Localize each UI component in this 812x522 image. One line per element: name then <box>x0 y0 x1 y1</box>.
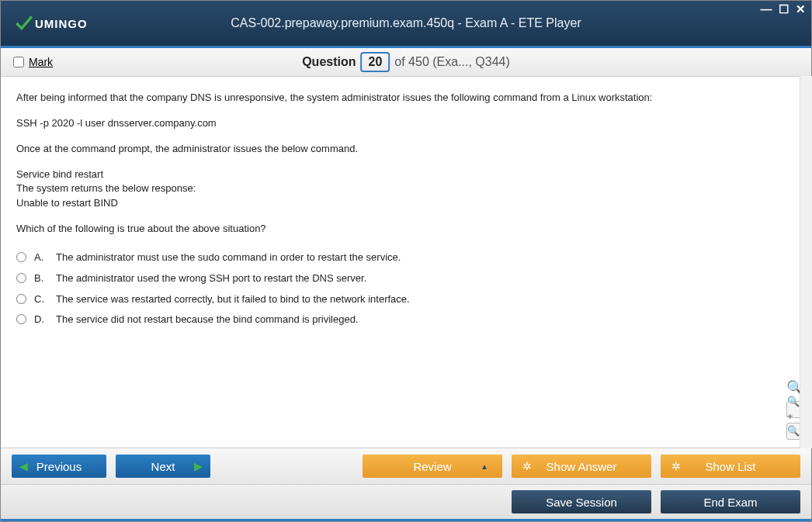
question-number-box[interactable]: 20 <box>361 52 390 72</box>
show-list-button[interactable]: ✲ Show List <box>661 455 800 478</box>
question-p1: After being informed that the company DN… <box>16 91 796 105</box>
option-d[interactable]: D. The service did not restart because t… <box>16 309 796 330</box>
question-content: After being informed that the company DN… <box>1 77 811 448</box>
question-p4-l1: Service bind restart <box>16 168 796 182</box>
titlebar: UMINGO CAS-002.prepaway.premium.exam.450… <box>1 1 811 46</box>
next-label: Next <box>151 460 175 473</box>
option-letter: B. <box>34 271 48 286</box>
question-p5: Which of the following is true about the… <box>16 222 796 237</box>
option-text: The service did not restart because the … <box>56 313 358 327</box>
gear-icon: ✲ <box>522 460 532 472</box>
review-label: Review <box>413 460 451 473</box>
mark-label[interactable]: Mark <box>29 56 53 68</box>
option-text: The administrator must use the sudo comm… <box>56 251 401 265</box>
gear-icon: ✲ <box>671 460 681 472</box>
radio-b[interactable] <box>16 273 26 283</box>
option-text: The administrator used the wrong SSH por… <box>56 271 366 286</box>
previous-button[interactable]: ◀ Previous <box>12 455 106 478</box>
show-list-label: Show List <box>705 460 755 473</box>
question-header: Mark Question 20 of 450 (Exa..., Q344) <box>1 48 811 77</box>
end-exam-button[interactable]: End Exam <box>661 490 800 513</box>
option-letter: C. <box>34 292 48 307</box>
answer-options: A. The administrator must use the sudo c… <box>16 247 796 330</box>
window-title: CAS-002.prepaway.premium.exam.450q - Exa… <box>231 16 581 30</box>
option-letter: A. <box>34 251 48 265</box>
show-answer-button[interactable]: ✲ Show Answer <box>512 455 651 478</box>
radio-c[interactable] <box>16 294 26 304</box>
mark-checkbox-group[interactable]: Mark <box>13 56 53 68</box>
chevron-right-icon: ▶ <box>194 460 203 472</box>
option-c[interactable]: C. The service was restarted correctly, … <box>16 289 796 310</box>
question-indicator: Question 20 of 450 (Exa..., Q344) <box>302 52 510 72</box>
minimize-icon[interactable]: — <box>760 2 772 16</box>
checkmark-icon <box>13 13 33 33</box>
question-p3: Once at the command prompt, the administ… <box>16 142 796 157</box>
close-icon[interactable]: ✕ <box>794 2 807 16</box>
window-controls: — ☐ ✕ <box>760 2 807 16</box>
radio-a[interactable] <box>16 252 26 262</box>
previous-label: Previous <box>36 460 82 473</box>
question-total: of 450 (Exa..., Q344) <box>394 55 510 69</box>
review-button[interactable]: Review ▲ <box>363 455 502 478</box>
maximize-icon[interactable]: ☐ <box>777 2 789 16</box>
chevron-left-icon: ◀ <box>19 460 28 472</box>
mark-checkbox[interactable] <box>13 57 24 67</box>
triangle-up-icon: ▲ <box>481 462 488 471</box>
logo-text: UMINGO <box>35 17 88 30</box>
next-button[interactable]: Next ▶ <box>116 455 210 478</box>
question-p2: SSH -p 2020 -l user dnsserver.company.co… <box>16 116 796 131</box>
app-logo: UMINGO <box>13 13 88 33</box>
option-letter: D. <box>34 313 48 327</box>
divider <box>1 519 811 521</box>
option-a[interactable]: A. The administrator must use the sudo c… <box>16 247 796 268</box>
footer-session: Save Session End Exam <box>1 484 811 519</box>
show-answer-label: Show Answer <box>547 460 617 473</box>
question-word: Question <box>302 55 356 69</box>
footer-nav: ◀ Previous Next ▶ Review ▲ ✲ Show Answer… <box>1 448 811 484</box>
option-b[interactable]: B. The administrator used the wrong SSH … <box>16 268 796 289</box>
save-session-button[interactable]: Save Session <box>512 490 651 513</box>
question-p4-l3: Unable to restart BIND <box>16 196 796 211</box>
scrollbar[interactable] <box>800 76 812 448</box>
radio-d[interactable] <box>16 314 26 324</box>
option-text: The service was restarted correctly, but… <box>56 292 410 307</box>
question-p4-l2: The system returns the below response: <box>16 181 796 196</box>
